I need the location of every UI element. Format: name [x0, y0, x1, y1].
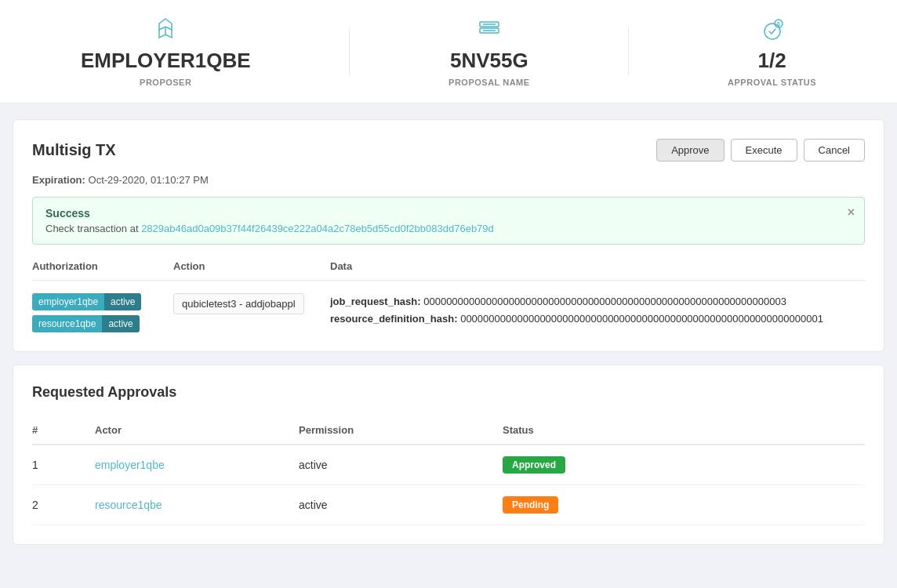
proposer-label: PROPOSER — [140, 78, 191, 87]
success-alert: Success Check transaction at 2829ab46ad0… — [32, 197, 865, 245]
approvals-header-row: # Actor Permission Status — [32, 416, 865, 445]
row-status: Pending — [503, 485, 865, 525]
row-actor: employer1qbe — [95, 445, 299, 485]
approvals-title: Requested Approvals — [32, 384, 865, 401]
col-num: # — [32, 416, 95, 445]
multisig-card-header: Multisig TX Approve Execute Cancel — [32, 139, 865, 162]
approvals-table: # Actor Permission Status 1employer1qbea… — [32, 416, 865, 525]
col-actor: Actor — [95, 416, 299, 445]
approval-label: APPROVAL STATUS — [728, 78, 816, 87]
expiration-label: Expiration: — [32, 174, 85, 186]
approval-value: 1/2 — [758, 49, 786, 73]
proposal-icon — [475, 16, 503, 44]
row-num: 2 — [32, 485, 95, 525]
auth-tag-perm-resource: active — [102, 315, 139, 332]
auth-tag-perm-employer: active — [104, 293, 141, 310]
alert-body-text: Check transaction at — [45, 223, 141, 234]
approvals-table-body: 1employer1qbeactiveApproved2resource1qbe… — [32, 445, 865, 525]
header-proposal: 5NV55G PROPOSAL NAME — [448, 16, 529, 87]
header-approval: $ 1/2 APPROVAL STATUS — [728, 16, 816, 87]
auth-tag-name-employer: employer1qbe — [32, 293, 104, 310]
col-data: Data — [330, 260, 865, 272]
auth-tags: employer1qbe active resource1qbe active — [32, 293, 173, 332]
actor-link[interactable]: employer1qbe — [95, 459, 165, 471]
col-action: Action — [173, 260, 330, 272]
auth-tag-resource: resource1qbe active — [32, 315, 140, 332]
proposal-value: 5NV55G — [450, 49, 528, 73]
expiration-value: Oct-29-2020, 01:10:27 PM — [89, 174, 209, 186]
execute-button[interactable]: Execute — [731, 139, 797, 162]
header-proposer: EMPLOYER1QBE PROPOSER — [81, 16, 251, 87]
data-resource-hash: resource_definition_hash: 00000000000000… — [330, 310, 865, 328]
col-status: Status — [503, 416, 865, 445]
alert-body: Check transaction at 2829ab46ad0a09b37f4… — [45, 223, 852, 234]
data-job-hash: job_request_hash: 0000000000000000000000… — [330, 293, 865, 310]
svg-text:$: $ — [777, 21, 780, 27]
row-permission: active — [299, 485, 503, 525]
row-num: 1 — [32, 445, 95, 485]
approvals-card: Requested Approvals # Actor Permission S… — [13, 365, 884, 545]
col-authorization: Authorization — [32, 260, 173, 272]
tx-table-header: Authorization Action Data — [32, 260, 865, 281]
proposer-value: EMPLOYER1QBE — [81, 49, 251, 73]
multisig-title: Multisig TX — [32, 141, 116, 159]
table-row: 1employer1qbeactiveApproved — [32, 445, 865, 485]
page-header: EMPLOYER1QBE PROPOSER 5NV55G PROPOSAL NA… — [0, 0, 897, 103]
data-section: job_request_hash: 0000000000000000000000… — [330, 293, 865, 328]
employer-icon — [151, 16, 180, 44]
action-buttons: Approve Execute Cancel — [656, 139, 865, 162]
status-badge: Pending — [503, 496, 558, 514]
actor-link[interactable]: resource1qbe — [95, 499, 162, 511]
action-box: qubicletest3 - addjobappl — [173, 293, 304, 314]
main-content: Multisig TX Approve Execute Cancel Expir… — [0, 103, 897, 561]
row-permission: active — [299, 445, 503, 485]
approve-button[interactable]: Approve — [656, 139, 724, 162]
row-actor: resource1qbe — [95, 485, 299, 525]
proposal-label: PROPOSAL NAME — [448, 78, 529, 87]
tx-hash-link[interactable]: 2829ab46ad0a09b37f44f26439ce222a04a2c78e… — [141, 223, 494, 234]
tx-table: Authorization Action Data employer1qbe a… — [32, 260, 865, 332]
cancel-button[interactable]: Cancel — [804, 139, 865, 162]
multisig-card: Multisig TX Approve Execute Cancel Expir… — [13, 119, 884, 352]
table-row: 2resource1qbeactivePending — [32, 485, 865, 525]
status-badge: Approved — [503, 456, 565, 474]
approvals-table-head: # Actor Permission Status — [32, 416, 865, 445]
expiration-line: Expiration: Oct-29-2020, 01:10:27 PM — [32, 174, 865, 186]
approval-icon: $ — [758, 16, 786, 44]
divider-1 — [349, 28, 350, 75]
alert-title: Success — [45, 207, 852, 220]
divider-2 — [628, 28, 629, 75]
tx-table-row: employer1qbe active resource1qbe active … — [32, 293, 865, 332]
alert-close-button[interactable]: × — [848, 205, 855, 220]
col-permission: Permission — [299, 416, 503, 445]
row-status: Approved — [503, 445, 865, 485]
auth-tag-name-resource: resource1qbe — [32, 315, 102, 332]
auth-tag-employer: employer1qbe active — [32, 293, 141, 310]
